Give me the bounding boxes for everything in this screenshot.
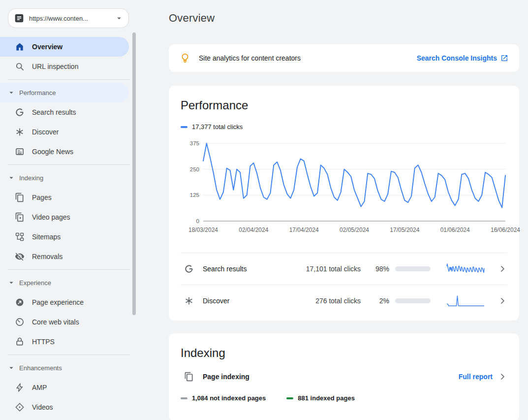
percent-bar bbox=[395, 266, 431, 271]
sidebar-item-removals[interactable]: Removals bbox=[0, 247, 129, 266]
performance-card: Performance 17,377 total clicks 01252503… bbox=[169, 86, 519, 321]
sidebar-divider bbox=[8, 355, 130, 355]
full-report-link[interactable]: Full report bbox=[459, 372, 507, 382]
indexing-card: Indexing Page indexing Full report 1,084… bbox=[169, 333, 519, 420]
sidebar-section-indexing[interactable]: Indexing bbox=[0, 168, 129, 188]
removals-icon bbox=[15, 252, 25, 261]
svg-text:18/03/2024: 18/03/2024 bbox=[188, 226, 218, 233]
caret-down-icon bbox=[7, 363, 16, 372]
google-news-icon bbox=[15, 147, 25, 157]
sidebar-item-overview[interactable]: Overview bbox=[0, 37, 129, 57]
google-g-icon bbox=[184, 264, 194, 274]
sidebar-nav: OverviewURL inspectionPerformanceSearch … bbox=[0, 36, 138, 417]
performance-row-search-results[interactable]: Search results17,101 total clicks98% bbox=[181, 253, 507, 285]
svg-text:17/05/2024: 17/05/2024 bbox=[390, 226, 419, 233]
sidebar-item-core-web-vitals[interactable]: Core web vitals bbox=[0, 312, 129, 332]
chevron-right-icon bbox=[497, 296, 507, 306]
percent-bar bbox=[395, 298, 431, 303]
svg-text:17/04/2024: 17/04/2024 bbox=[289, 226, 319, 233]
page-indexing-label: Page indexing bbox=[203, 373, 459, 381]
sidebar-section-performance[interactable]: Performance bbox=[0, 83, 129, 102]
svg-text:16/06/2024: 16/06/2024 bbox=[491, 226, 520, 233]
home-icon bbox=[15, 42, 25, 52]
amp-icon bbox=[15, 383, 25, 392]
row-percent: 2% bbox=[368, 297, 389, 305]
video-pages-icon bbox=[15, 212, 25, 222]
sidebar-item-page-experience[interactable]: Page experience bbox=[0, 292, 129, 312]
svg-text:375: 375 bbox=[190, 140, 199, 146]
indexing-legend-item: 881 indexed pages bbox=[286, 394, 355, 402]
sparkline bbox=[446, 294, 485, 308]
sidebar-scrollbar[interactable] bbox=[132, 32, 136, 315]
sidebar-item-pages[interactable]: Pages bbox=[0, 188, 129, 207]
sidebar-item-label: Overview bbox=[32, 43, 62, 51]
pages-icon bbox=[184, 372, 194, 382]
sidebar-divider bbox=[8, 164, 130, 165]
sidebar-item-label: HTTPS bbox=[32, 338, 55, 346]
sidebar-item-label: Discover bbox=[32, 128, 59, 136]
https-lock-icon bbox=[15, 337, 25, 347]
property-selector[interactable]: https://www.conten... bbox=[8, 8, 129, 28]
dropdown-caret-icon bbox=[115, 14, 124, 23]
sidebar: https://www.conten... OverviewURL inspec… bbox=[0, 0, 138, 420]
section-label: Enhancements bbox=[19, 364, 62, 372]
legend-dash bbox=[286, 397, 293, 399]
sidebar-item-label: Page experience bbox=[32, 298, 84, 306]
sidebar-divider bbox=[8, 269, 130, 270]
insights-banner-text: Site analytics for content creators bbox=[199, 54, 417, 62]
sidebar-item-label: Videos bbox=[32, 403, 53, 411]
performance-card-title: Performance bbox=[181, 98, 507, 112]
sidebar-item-video-pages[interactable]: Video pages bbox=[0, 207, 129, 227]
sidebar-item-amp[interactable]: AMP bbox=[0, 378, 129, 397]
svg-text:02/04/2024: 02/04/2024 bbox=[239, 226, 268, 233]
page-title: Overview bbox=[169, 12, 519, 25]
legend-label: 17,377 total clicks bbox=[192, 123, 243, 130]
sidebar-item-sitemaps[interactable]: Sitemaps bbox=[0, 227, 129, 247]
sidebar-section-enhancements[interactable]: Enhancements bbox=[0, 358, 129, 378]
indexing-legend-item: 1,084 not indexed pages bbox=[181, 394, 266, 402]
main-content: Overview Site analytics for content crea… bbox=[138, 0, 528, 420]
sidebar-section-experience[interactable]: Experience bbox=[0, 273, 129, 292]
performance-rows: Search results17,101 total clicks98%Disc… bbox=[181, 253, 507, 317]
search-icon bbox=[15, 62, 25, 71]
sidebar-item-google-news[interactable]: Google News bbox=[0, 142, 129, 162]
chart-legend: 17,377 total clicks bbox=[181, 123, 507, 130]
insights-link-label: Search Console Insights bbox=[417, 54, 497, 62]
sparkline bbox=[446, 262, 485, 276]
core-web-vitals-icon bbox=[15, 317, 25, 327]
sitemaps-icon bbox=[15, 232, 25, 242]
property-url-label: https://www.conten... bbox=[29, 15, 113, 22]
sidebar-item-https[interactable]: HTTPS bbox=[0, 332, 129, 352]
sidebar-item-videos[interactable]: Videos bbox=[0, 397, 129, 417]
search-console-insights-link[interactable]: Search Console Insights bbox=[417, 54, 508, 62]
chevron-right-icon bbox=[497, 372, 507, 382]
row-total-clicks: 276 total clicks bbox=[282, 297, 361, 305]
sidebar-item-label: AMP bbox=[32, 384, 47, 391]
app-root: https://www.conten... OverviewURL inspec… bbox=[0, 0, 528, 420]
performance-chart: 012525037518/03/202402/04/202417/04/2024… bbox=[181, 139, 507, 238]
sidebar-item-label: URL inspection bbox=[32, 63, 78, 70]
caret-down-icon bbox=[7, 278, 16, 287]
search-console-property-icon bbox=[14, 13, 24, 23]
sidebar-item-search-results[interactable]: Search results bbox=[0, 102, 129, 122]
chevron-right-icon bbox=[497, 264, 507, 274]
pages-icon bbox=[15, 193, 25, 202]
caret-down-icon bbox=[7, 88, 16, 97]
performance-row-discover[interactable]: Discover276 total clicks2% bbox=[181, 285, 507, 317]
caret-down-icon bbox=[7, 173, 16, 182]
sidebar-item-discover[interactable]: Discover bbox=[0, 122, 129, 142]
row-percent: 98% bbox=[368, 265, 389, 273]
sidebar-item-label: Google News bbox=[32, 148, 73, 156]
section-label: Indexing bbox=[19, 174, 43, 182]
sidebar-divider bbox=[8, 79, 130, 80]
svg-text:02/05/2024: 02/05/2024 bbox=[340, 226, 369, 233]
page-indexing-row: Page indexing Full report bbox=[181, 372, 507, 382]
svg-text:125: 125 bbox=[190, 192, 199, 198]
section-label: Experience bbox=[19, 279, 51, 287]
sidebar-item-label: Sitemaps bbox=[32, 233, 61, 241]
external-link-icon bbox=[500, 54, 508, 62]
legend-label: 881 indexed pages bbox=[298, 394, 355, 402]
sidebar-item-url-inspection[interactable]: URL inspection bbox=[0, 57, 129, 76]
sidebar-item-label: Pages bbox=[32, 194, 52, 201]
discover-asterisk-icon bbox=[184, 296, 194, 306]
